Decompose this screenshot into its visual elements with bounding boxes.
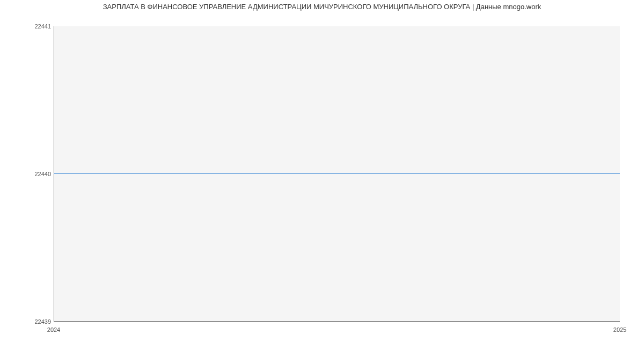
y-tick-label: 22441 xyxy=(34,23,51,30)
y-tick-label: 22439 xyxy=(34,318,51,325)
chart-title: ЗАРПЛАТА В ФИНАНСОВОЕ УПРАВЛЕНИЕ АДМИНИС… xyxy=(0,3,644,11)
y-tick-label: 22440 xyxy=(34,171,51,177)
plot-area xyxy=(54,26,620,322)
x-tick-label: 2024 xyxy=(47,326,60,333)
chart-line-series xyxy=(54,173,620,174)
x-tick-label: 2025 xyxy=(613,326,626,333)
